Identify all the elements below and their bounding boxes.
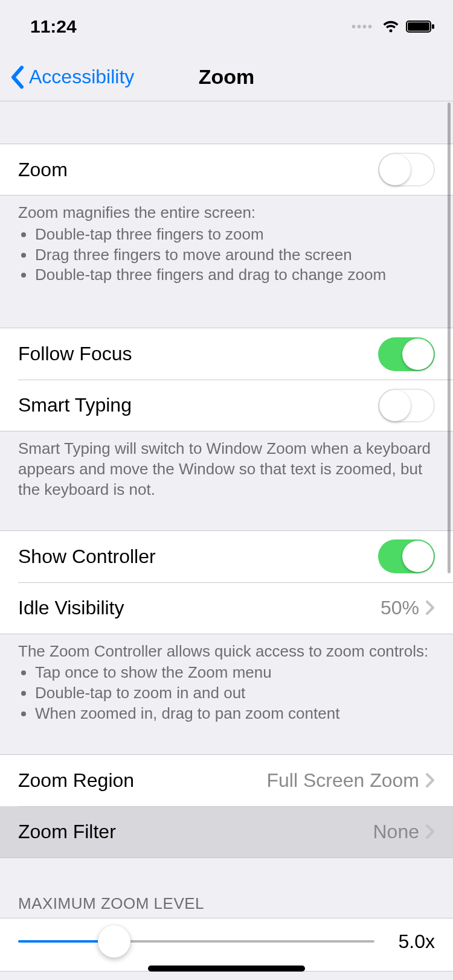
chevron-right-icon <box>425 824 435 839</box>
wifi-icon <box>382 19 400 34</box>
settings-content: Zoom Zoom magnifies the entire screen: D… <box>0 101 453 980</box>
controller-help-item: Tap once to show the Zoom menu <box>35 663 435 683</box>
max-zoom-value: 5.0x <box>387 931 435 953</box>
chevron-right-icon <box>425 772 435 788</box>
smart-typing-help: Smart Typing will switch to Window Zoom … <box>0 431 453 500</box>
svg-rect-1 <box>408 22 429 31</box>
zoom-toggle-row[interactable]: Zoom <box>0 144 453 196</box>
zoom-region-label: Zoom Region <box>18 769 266 792</box>
slider-thumb[interactable] <box>98 925 130 958</box>
smart-typing-switch[interactable] <box>378 389 435 422</box>
cell-signal-dots: •••• <box>352 20 373 34</box>
zoom-help: Zoom magnifies the entire screen: Double… <box>0 196 453 285</box>
zoom-filter-label: Zoom Filter <box>18 821 373 843</box>
status-bar: 11:24 •••• <box>0 0 453 53</box>
idle-visibility-value: 50% <box>381 597 419 619</box>
zoom-help-item: Double-tap three fingers and drag to cha… <box>35 265 435 285</box>
follow-focus-switch[interactable] <box>378 337 435 371</box>
controller-help-intro: The Zoom Controller allows quick access … <box>18 641 435 662</box>
scroll-indicator[interactable] <box>448 103 451 573</box>
back-label: Accessibility <box>29 66 134 88</box>
show-controller-label: Show Controller <box>18 546 378 568</box>
max-zoom-slider[interactable] <box>18 940 374 943</box>
nav-bar: Accessibility Zoom <box>0 53 453 101</box>
idle-visibility-label: Idle Visibility <box>18 597 381 619</box>
status-time: 11:24 <box>30 16 77 37</box>
zoom-region-value: Full Screen Zoom <box>266 769 419 792</box>
home-indicator[interactable] <box>148 966 305 972</box>
status-right: •••• <box>352 19 435 34</box>
zoom-help-intro: Zoom magnifies the entire screen: <box>18 203 435 223</box>
chevron-right-icon <box>425 600 435 616</box>
controller-help-item: When zoomed in, drag to pan zoom content <box>35 704 435 724</box>
controller-help: The Zoom Controller allows quick access … <box>0 634 453 724</box>
zoom-switch[interactable] <box>378 153 435 186</box>
follow-focus-label: Follow Focus <box>18 343 378 365</box>
show-controller-switch[interactable] <box>378 539 435 573</box>
controller-help-item: Double-tap to zoom in and out <box>35 683 435 704</box>
back-button[interactable]: Accessibility <box>0 65 134 89</box>
follow-focus-row[interactable]: Follow Focus <box>0 328 453 380</box>
zoom-help-item: Double-tap three fingers to zoom <box>35 224 435 245</box>
svg-rect-2 <box>432 24 434 29</box>
zoom-help-item: Drag three fingers to move around the sc… <box>35 245 435 266</box>
zoom-filter-row[interactable]: Zoom Filter None <box>0 806 453 858</box>
smart-typing-label: Smart Typing <box>18 394 378 416</box>
chevron-left-icon <box>10 65 25 89</box>
battery-icon <box>406 19 435 34</box>
show-controller-row[interactable]: Show Controller <box>0 530 453 582</box>
max-zoom-slider-row: 5.0x <box>0 918 453 972</box>
smart-typing-row[interactable]: Smart Typing <box>0 380 453 431</box>
max-zoom-header: MAXIMUM ZOOM LEVEL <box>0 894 453 918</box>
idle-visibility-row[interactable]: Idle Visibility 50% <box>0 582 453 634</box>
zoom-label: Zoom <box>18 159 378 181</box>
zoom-region-row[interactable]: Zoom Region Full Screen Zoom <box>0 754 453 806</box>
zoom-filter-value: None <box>373 821 420 843</box>
